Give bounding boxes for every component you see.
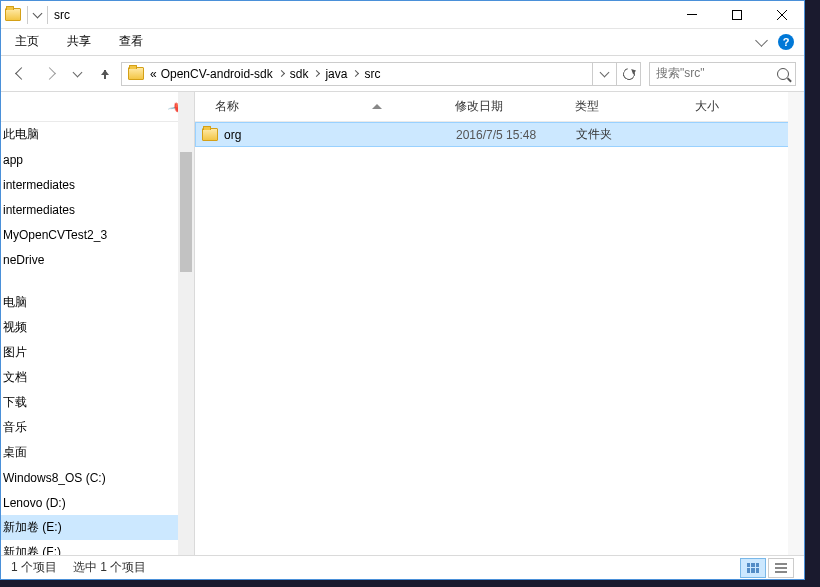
- sort-asc-icon: [372, 104, 382, 109]
- address-box[interactable]: « OpenCV-android-sdk sdk java src: [121, 62, 641, 86]
- col-date[interactable]: 修改日期: [455, 98, 575, 115]
- status-bar: 1 个项目 选中 1 个项目: [1, 555, 804, 579]
- address-bar-row: « OpenCV-android-sdk sdk java src 搜索"src…: [1, 56, 804, 92]
- breadcrumb[interactable]: src: [362, 67, 382, 81]
- qat-dropdown-icon[interactable]: [33, 8, 43, 18]
- list-icon: [775, 563, 787, 573]
- tab-view[interactable]: 查看: [119, 33, 143, 52]
- sidebar-item[interactable]: app: [1, 147, 194, 172]
- sidebar-item[interactable]: 电脑: [1, 290, 194, 315]
- sidebar-item[interactable]: 文档: [1, 365, 194, 390]
- refresh-button[interactable]: [616, 63, 640, 85]
- sidebar-item[interactable]: 图片: [1, 340, 194, 365]
- sidebar-item[interactable]: neDrive: [1, 247, 194, 272]
- status-selection: 选中 1 个项目: [73, 559, 146, 576]
- svg-rect-0: [687, 14, 697, 15]
- chevron-right-icon: [352, 70, 359, 77]
- refresh-icon: [620, 65, 636, 81]
- sidebar-item[interactable]: intermediates: [1, 197, 194, 222]
- minimize-button[interactable]: [669, 1, 714, 29]
- search-placeholder: 搜索"src": [656, 65, 705, 82]
- scrollbar-thumb[interactable]: [180, 152, 192, 272]
- chevron-right-icon: [278, 70, 285, 77]
- file-name: org: [224, 128, 241, 142]
- folder-icon: [128, 67, 144, 80]
- nav-forward-button[interactable]: [37, 62, 61, 86]
- window-title: src: [54, 8, 70, 22]
- sidebar-header: 📌: [1, 92, 194, 122]
- sidebar-item[interactable]: 此电脑: [1, 122, 194, 147]
- breadcrumb[interactable]: OpenCV-android-sdk: [159, 67, 275, 81]
- help-icon[interactable]: ?: [778, 34, 794, 50]
- breadcrumb[interactable]: sdk: [288, 67, 311, 81]
- sidebar-item[interactable]: 下载: [1, 390, 194, 415]
- title-bar: src: [1, 1, 804, 29]
- col-size[interactable]: 大小: [695, 98, 775, 115]
- folder-icon: [202, 128, 218, 141]
- nav-history-dropdown[interactable]: [65, 62, 89, 86]
- breadcrumb[interactable]: «: [148, 67, 159, 81]
- file-type: 文件夹: [576, 126, 696, 143]
- sidebar-item[interactable]: Windows8_OS (C:): [1, 465, 194, 490]
- col-name[interactable]: 名称: [215, 98, 455, 115]
- details-icon: [747, 563, 759, 573]
- tab-home[interactable]: 主页: [15, 33, 39, 52]
- status-count: 1 个项目: [11, 559, 57, 576]
- nav-sidebar: 📌 此电脑appintermediatesintermediatesMyOpen…: [1, 92, 195, 555]
- explorer-window: src 主页 共享 查看 ? « OpenCV-android-sdk sdk …: [0, 0, 805, 580]
- breadcrumb[interactable]: java: [323, 67, 349, 81]
- filepane-scrollbar[interactable]: [788, 92, 804, 555]
- sidebar-item[interactable]: intermediates: [1, 172, 194, 197]
- close-button[interactable]: [759, 1, 804, 29]
- col-type[interactable]: 类型: [575, 98, 695, 115]
- chevron-right-icon: [313, 70, 320, 77]
- address-dropdown-button[interactable]: [592, 63, 616, 85]
- search-input[interactable]: 搜索"src": [649, 62, 796, 86]
- file-date: 2016/7/5 15:48: [456, 128, 576, 142]
- sidebar-item[interactable]: 视频: [1, 315, 194, 340]
- file-row[interactable]: org2016/7/5 15:48文件夹: [195, 122, 804, 147]
- search-icon: [777, 68, 789, 80]
- sidebar-item[interactable]: 新加卷 (F:): [1, 540, 194, 555]
- ribbon: 主页 共享 查看 ?: [1, 29, 804, 56]
- nav-up-button[interactable]: [93, 62, 117, 86]
- collapse-ribbon-icon[interactable]: [755, 34, 768, 47]
- divider: [47, 6, 48, 24]
- svg-rect-1: [732, 10, 741, 19]
- folder-icon: [5, 8, 21, 21]
- divider: [27, 6, 28, 24]
- sidebar-item[interactable]: Lenovo (D:): [1, 490, 194, 515]
- sidebar-scrollbar[interactable]: [178, 92, 194, 555]
- nav-back-button[interactable]: [9, 62, 33, 86]
- view-details-button[interactable]: [740, 558, 766, 578]
- maximize-button[interactable]: [714, 1, 759, 29]
- file-pane: 名称 修改日期 类型 大小 org2016/7/5 15:48文件夹: [195, 92, 804, 555]
- column-headers: 名称 修改日期 类型 大小: [195, 92, 804, 122]
- sidebar-item[interactable]: 音乐: [1, 415, 194, 440]
- sidebar-item[interactable]: 新加卷 (E:): [1, 515, 194, 540]
- view-list-button[interactable]: [768, 558, 794, 578]
- sidebar-item[interactable]: MyOpenCVTest2_3: [1, 222, 194, 247]
- tab-share[interactable]: 共享: [67, 33, 91, 52]
- sidebar-item[interactable]: 桌面: [1, 440, 194, 465]
